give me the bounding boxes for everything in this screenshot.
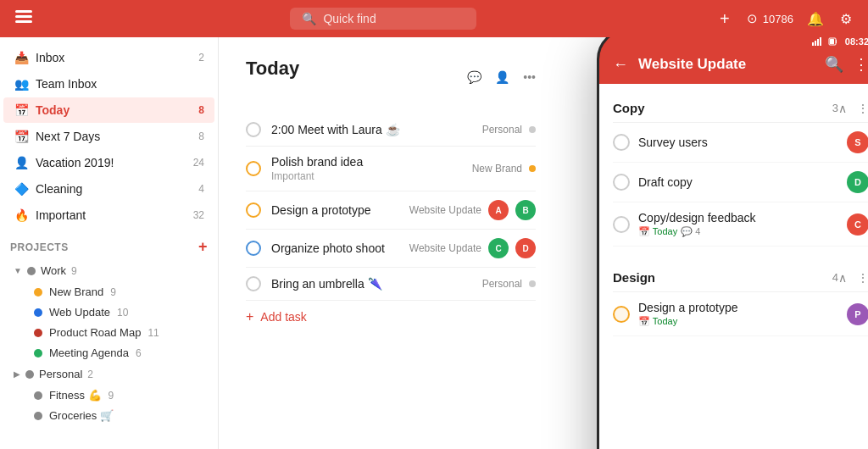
- vacation-icon: 👤: [14, 155, 29, 170]
- personal-count: 2: [87, 369, 93, 380]
- personal-label: Personal: [39, 368, 82, 380]
- task-checkbox[interactable]: [246, 241, 261, 256]
- settings-button[interactable]: ⚙: [837, 10, 854, 27]
- karma-icon: ⊙: [747, 11, 758, 26]
- main-layout: 📥 Inbox 2 👥 Team Inbox 📅 Today 8 📆 Next …: [0, 37, 868, 449]
- task-text: Organize photo shoot: [271, 241, 399, 255]
- section-more-icon[interactable]: ⋮: [857, 271, 868, 285]
- phone-design-section-header: Design 4 ∧ ⋮: [613, 263, 868, 292]
- task-project: Website Update: [409, 242, 481, 254]
- task-avatar: A: [488, 200, 509, 220]
- copy-section-actions: ∧ ⋮: [838, 102, 868, 115]
- work-count: 9: [71, 265, 77, 277]
- phone-more-icon[interactable]: ⋮: [854, 55, 868, 74]
- svg-marker-3: [812, 42, 814, 46]
- personal-dot: [25, 370, 34, 379]
- sidebar-item-vacation[interactable]: 👤 Vacation 2019! 24: [3, 150, 214, 175]
- sidebar-item-team-inbox[interactable]: 👥 Team Inbox: [3, 71, 214, 97]
- phone-task-row[interactable]: Design a prototype 📅 Today P: [613, 292, 868, 336]
- work-label: Work: [41, 264, 66, 277]
- task-project: Personal: [482, 124, 522, 136]
- chevron-down-icon: ▼: [14, 266, 22, 275]
- task-row[interactable]: Polish brand idea Important New Brand: [246, 147, 536, 191]
- inbox-count: 2: [198, 52, 204, 64]
- search-icon: 🔍: [302, 12, 316, 25]
- task-row[interactable]: Design a prototype Website Update A B: [246, 191, 536, 230]
- phone-task-row[interactable]: Draft copy D: [613, 163, 868, 202]
- notifications-button[interactable]: 🔔: [807, 10, 824, 27]
- phone-section-header: Copy 3 ∧ ⋮: [613, 94, 868, 123]
- new-brand-count: 9: [110, 286, 116, 298]
- subproject-fitness[interactable]: Fitness 💪 9: [3, 385, 214, 405]
- task-meta: Personal: [482, 124, 536, 136]
- add-project-button[interactable]: +: [198, 238, 208, 256]
- task-project: Personal: [482, 278, 522, 290]
- phone-design-section: Design 4 ∧ ⋮ Design a prototype 📅 Today: [599, 253, 868, 336]
- task-meta: Website Update C D: [409, 238, 536, 258]
- section-collapse-icon[interactable]: ∧: [838, 102, 847, 115]
- phone-header-actions: 🔍 ⋮: [825, 55, 868, 74]
- task-checkbox[interactable]: [246, 161, 261, 176]
- cleaning-label: Cleaning: [36, 182, 192, 196]
- fitness-dot: [34, 391, 42, 400]
- project-work-expand[interactable]: ▼ Work 9: [3, 260, 214, 281]
- task-checkbox[interactable]: [246, 276, 261, 291]
- next7-label: Next 7 Days: [36, 130, 192, 143]
- add-person-icon[interactable]: 👤: [495, 70, 509, 84]
- sidebar-item-today[interactable]: 📅 Today 8: [3, 97, 214, 123]
- phone-copy-section: Copy 3 ∧ ⋮ Survey users S: [599, 84, 868, 247]
- topbar: 🔍 Quick find + ⊙ 10786 🔔 ⚙: [0, 0, 868, 37]
- phone-task-row[interactable]: Survey users S: [613, 123, 868, 163]
- new-brand-dot: [34, 288, 42, 297]
- project-personal-expand[interactable]: ▶ Personal 2: [3, 363, 214, 385]
- svg-marker-5: [817, 39, 819, 46]
- task-text: 2:00 Meet with Laura ☕: [271, 123, 472, 136]
- today-icon: 📅: [14, 103, 29, 118]
- project-dot: [529, 126, 536, 133]
- more-options-icon[interactable]: •••: [523, 70, 536, 84]
- today-count: 8: [198, 104, 204, 116]
- sidebar-item-inbox[interactable]: 📥 Inbox 2: [3, 45, 214, 70]
- comment-icon[interactable]: 💬: [467, 70, 481, 84]
- subproject-web-update[interactable]: Web Update 10: [3, 302, 214, 322]
- sidebar-item-cleaning[interactable]: 🔷 Cleaning 4: [3, 176, 214, 202]
- work-dot: [27, 267, 36, 275]
- new-brand-label: New Brand: [49, 285, 103, 298]
- design-section-actions: ∧ ⋮: [838, 271, 868, 285]
- phone-time: 08:32: [845, 37, 868, 47]
- add-task-button[interactable]: + Add task: [246, 301, 536, 333]
- karma-display: ⊙ 10786: [747, 11, 793, 26]
- subproject-new-brand[interactable]: New Brand 9: [3, 282, 214, 302]
- add-button[interactable]: +: [716, 10, 733, 27]
- task-row[interactable]: 2:00 Meet with Laura ☕ Personal: [246, 114, 536, 147]
- phone-task-row[interactable]: Copy/design feedback 📅 Today 💬 4 C: [613, 202, 868, 247]
- phone-task-checkbox[interactable]: [613, 174, 630, 191]
- search-bar[interactable]: 🔍 Quick find: [290, 8, 476, 30]
- comment-count: 💬 4: [681, 226, 700, 237]
- task-row[interactable]: Organize photo shoot Website Update C D: [246, 230, 536, 268]
- task-avatar: B: [515, 200, 536, 220]
- subproject-product-roadmap[interactable]: Product Road Map 11: [3, 323, 214, 342]
- task-checkbox[interactable]: [246, 122, 261, 137]
- svg-marker-4: [815, 41, 816, 46]
- subproject-meeting-agenda[interactable]: Meeting Agenda 6: [3, 343, 214, 363]
- task-checkbox[interactable]: [246, 202, 261, 218]
- phone-task-checkbox[interactable]: [613, 306, 630, 323]
- phone-task-avatar: C: [847, 213, 868, 236]
- subproject-groceries[interactable]: Groceries 🛒: [3, 406, 214, 425]
- task-row[interactable]: Bring an umbrella 🌂 Personal: [246, 268, 536, 301]
- phone-back-button[interactable]: ←: [613, 56, 628, 74]
- sidebar-item-next7[interactable]: 📆 Next 7 Days 8: [3, 124, 214, 149]
- phone-task-checkbox[interactable]: [613, 216, 630, 233]
- phone-search-icon[interactable]: 🔍: [825, 55, 843, 74]
- phone-task-checkbox[interactable]: [613, 134, 630, 151]
- app-logo[interactable]: [14, 7, 34, 31]
- groceries-label: Groceries 🛒: [49, 409, 114, 422]
- section-collapse-icon[interactable]: ∧: [838, 271, 847, 285]
- task-content: Polish brand idea Important: [271, 155, 462, 182]
- phone-task-content: Design a prototype 📅 Today: [638, 301, 838, 327]
- task-text: Bring an umbrella 🌂: [271, 277, 472, 291]
- section-more-icon[interactable]: ⋮: [857, 102, 868, 115]
- product-roadmap-count: 11: [147, 327, 159, 339]
- sidebar-item-important[interactable]: 🔥 Important 32: [3, 202, 214, 228]
